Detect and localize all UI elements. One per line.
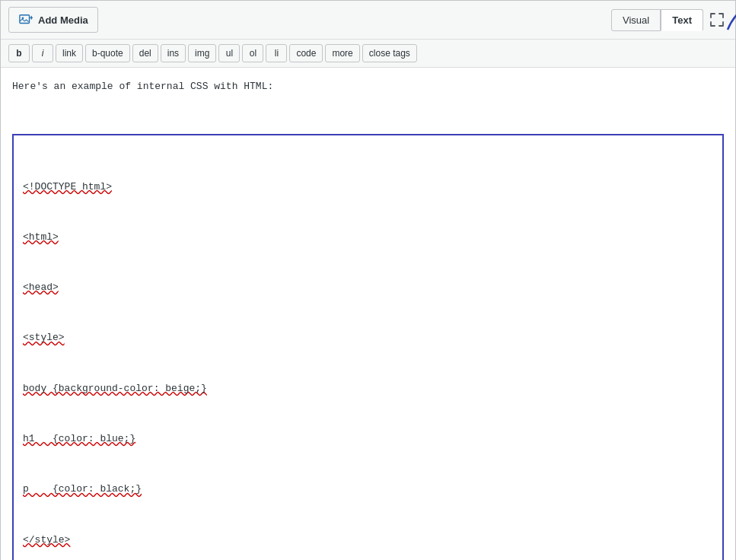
close-tags-button[interactable]: close tags [362, 44, 417, 62]
link-button[interactable]: link [56, 44, 83, 62]
ol-button[interactable]: ol [242, 44, 263, 62]
img-button[interactable]: img [188, 44, 216, 62]
code-line-1: <!DOCTYPE html> [23, 179, 713, 196]
italic-button[interactable]: i [32, 44, 53, 62]
code-line-6: h1 {color: blue;} [23, 431, 713, 447]
toolbar-right: Visual Text [611, 9, 728, 31]
code-button[interactable]: code [289, 44, 323, 62]
code-editor-box[interactable]: <!DOCTYPE html> <html> <head> <style> bo… [12, 134, 724, 560]
code-line-2: <html> [23, 229, 713, 246]
editor-area[interactable]: Here's an example of internal CSS with H… [1, 68, 735, 560]
li-button[interactable]: li [266, 44, 287, 62]
code-line-7: p {color: black;} [23, 481, 713, 498]
add-media-label: Add Media [38, 14, 88, 26]
tab-visual[interactable]: Visual [611, 9, 661, 31]
bold-button[interactable]: b [8, 44, 30, 62]
ul-button[interactable]: ul [218, 44, 240, 62]
add-media-icon [18, 12, 33, 27]
ins-button[interactable]: ins [161, 44, 186, 62]
code-line-5: body {background-color: beige;} [23, 380, 713, 397]
formatting-toolbar: b i link b-quote del ins img ul ol li co… [1, 40, 735, 68]
top-toolbar: Add Media Visual Text [1, 1, 735, 40]
fullscreen-button[interactable] [706, 9, 728, 30]
bquote-button[interactable]: b-quote [85, 44, 130, 62]
code-line-3: <head> [23, 279, 713, 296]
intro-text: Here's an example of internal CSS with H… [12, 79, 724, 126]
view-tabs: Visual Text [611, 9, 703, 31]
tab-text[interactable]: Text [661, 9, 703, 31]
svg-point-1 [22, 17, 24, 19]
svg-rect-0 [20, 15, 30, 24]
code-line-8: </style> [23, 532, 713, 549]
del-button[interactable]: del [132, 44, 158, 62]
fullscreen-icon [709, 12, 725, 27]
more-button[interactable]: more [325, 44, 359, 62]
code-line-4: <style> [23, 329, 713, 346]
add-media-button[interactable]: Add Media [8, 7, 98, 33]
